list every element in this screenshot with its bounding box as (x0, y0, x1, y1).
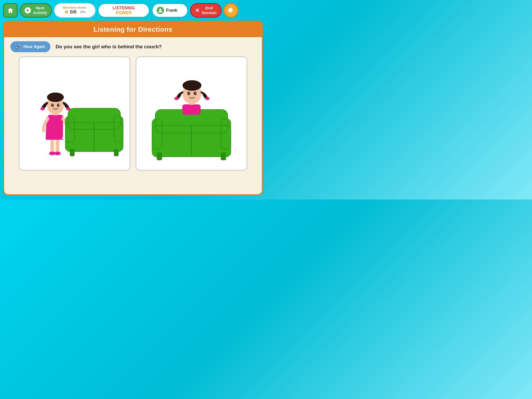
svg-rect-31 (221, 119, 231, 149)
settings-button[interactable] (224, 3, 238, 18)
svg-point-10 (41, 107, 45, 110)
play-icon (25, 7, 31, 14)
svg-point-44 (205, 97, 210, 100)
user-box: Frank (152, 3, 188, 18)
svg-rect-33 (157, 152, 162, 160)
score-value: ★ 0/0 0% (64, 9, 85, 15)
star-icon: ★ (64, 9, 69, 15)
speaker-icon: 🔊 (16, 44, 21, 50)
hear-again-button[interactable]: 🔊 Hear Again (10, 41, 50, 52)
score-number: 0/0 (70, 9, 77, 15)
svg-point-14 (52, 104, 53, 105)
score-label: Directions Score: (63, 6, 87, 9)
svg-point-16 (55, 107, 56, 108)
svg-rect-39 (182, 104, 201, 115)
listening-power-badge: LISTENING POWER (98, 3, 150, 18)
listening-power-text: LISTENING POWER (113, 5, 135, 15)
next-activity-button[interactable]: Next Activity (20, 3, 52, 18)
user-name: Frank (166, 8, 177, 13)
question-text: Do you see the girl who is behind the co… (56, 44, 162, 50)
svg-point-42 (183, 80, 202, 91)
user-avatar-icon (157, 7, 164, 14)
lp-line2: POWER (116, 11, 131, 15)
svg-point-0 (159, 9, 161, 11)
svg-point-48 (195, 92, 196, 94)
svg-rect-30 (152, 119, 162, 149)
svg-rect-34 (221, 152, 226, 160)
score-percent: 0% (80, 10, 85, 14)
content-title: Listening for Directions (8, 25, 258, 34)
svg-rect-22 (70, 149, 75, 156)
next-activity-label: Next Activity (33, 6, 47, 15)
lp-line1: LISTENING (113, 6, 135, 10)
svg-point-15 (58, 104, 59, 105)
svg-rect-23 (114, 149, 118, 156)
content-body: 🔊 Hear Again Do you see the girl who is … (4, 37, 262, 175)
svg-point-47 (189, 92, 190, 94)
home-button[interactable] (3, 3, 18, 18)
hear-again-label: Hear Again (23, 44, 45, 49)
score-box: Directions Score: ★ 0/0 0% (54, 3, 96, 18)
svg-point-43 (174, 97, 178, 100)
topbar: Next Activity Directions Score: ★ 0/0 0%… (0, 0, 266, 21)
content-header: Listening for Directions (4, 22, 262, 37)
image-cards (10, 56, 256, 171)
end-session-button[interactable]: ✕ End Session (190, 3, 222, 18)
top-row: 🔊 Hear Again Do you see the girl who is … (10, 41, 256, 52)
svg-point-50 (185, 94, 189, 97)
image-card-2[interactable] (136, 56, 247, 171)
svg-rect-2 (50, 140, 54, 153)
svg-point-51 (195, 94, 199, 97)
main-content: Listening for Directions 🔊 Hear Again Do… (3, 21, 263, 195)
svg-rect-3 (56, 140, 59, 153)
image-card-1[interactable] (19, 56, 130, 171)
svg-point-49 (191, 96, 193, 97)
svg-point-5 (54, 151, 61, 155)
svg-point-9 (47, 92, 64, 102)
svg-rect-6 (48, 115, 63, 138)
end-session-label: End Session (202, 6, 217, 15)
x-icon: ✕ (195, 7, 200, 14)
